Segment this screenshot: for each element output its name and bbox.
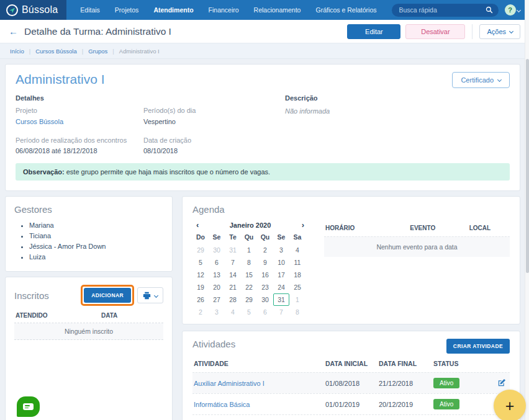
calendar-day[interactable]: 23 (257, 281, 273, 293)
calendar-day[interactable]: 29 (241, 293, 257, 306)
calendar-day-selected[interactable]: 31 (273, 293, 289, 306)
search-input[interactable] (399, 6, 486, 14)
calendar-weekday: Sa (289, 231, 305, 244)
add-inscrito-button[interactable]: ADICIONAR (84, 288, 131, 303)
project-link[interactable]: Cursos Bússola (16, 116, 143, 125)
page-scrollbar[interactable] (525, 0, 529, 420)
calendar-day[interactable]: 10 (273, 256, 289, 269)
breadcrumb-link[interactable]: Cursos Bússola (35, 48, 77, 55)
calendar-weekday: Se (273, 231, 289, 244)
field-value: 08/10/2018 (143, 145, 285, 154)
observation-banner: Observação: este grupo permite que haja … (16, 163, 510, 181)
gestor-item[interactable]: Luiza (29, 252, 163, 262)
description-value: Não informada (285, 105, 510, 115)
gestor-item[interactable]: Ticiana (29, 231, 163, 241)
back-arrow-icon[interactable]: ← (9, 26, 18, 37)
calendar-day[interactable]: 5 (192, 256, 209, 269)
edit-icon[interactable] (491, 378, 509, 388)
field-label: Período(s) do dia (143, 105, 285, 115)
calendar-day[interactable]: 26 (192, 293, 209, 306)
calendar-day[interactable]: 2 (257, 244, 273, 256)
activity-link[interactable]: Auxiliar Administrativo I (194, 380, 325, 387)
add-floating-button[interactable]: + (494, 390, 526, 420)
activity-link[interactable]: Informática Básica (194, 401, 325, 408)
calendar-day[interactable]: 9 (257, 256, 273, 269)
calendar-day[interactable]: 1 (289, 293, 305, 306)
edit-button[interactable]: Editar (347, 24, 400, 39)
create-activity-button[interactable]: CRIAR ATIVIDADE (446, 339, 510, 354)
quick-search[interactable] (392, 4, 499, 17)
calendar-day[interactable]: 31 (225, 244, 241, 256)
calendar-day[interactable]: 13 (209, 269, 225, 281)
calendar-prev-icon[interactable]: ‹ (196, 221, 199, 229)
atividades-column-header: DATA INICIAL (325, 360, 379, 367)
calendar-day[interactable]: 8 (289, 306, 305, 318)
calendar-day[interactable]: 5 (241, 306, 257, 318)
brand-logo[interactable]: Bússola (0, 0, 66, 20)
nav-item-projetos[interactable]: Projetos (115, 6, 139, 14)
certificate-dropdown-button[interactable]: Certificado (452, 72, 510, 88)
calendar-day[interactable]: 4 (289, 244, 305, 256)
inscritos-table-header: ATENDIDODATA (14, 306, 163, 323)
calendar-next-icon[interactable]: › (302, 221, 304, 229)
calendar-day[interactable]: 24 (273, 281, 289, 293)
calendar-day[interactable]: 6 (209, 256, 225, 269)
calendar-day[interactable]: 3 (209, 306, 225, 318)
calendar-day[interactable]: 2 (192, 306, 209, 318)
calendar-day[interactable]: 21 (225, 281, 241, 293)
calendar-day[interactable]: 7 (225, 256, 241, 269)
user-menu-chevron-icon[interactable] (517, 4, 520, 16)
nav-item-editais[interactable]: Editais (80, 6, 100, 14)
print-dropdown-button[interactable] (137, 287, 163, 303)
calendar-day[interactable]: 28 (225, 293, 241, 306)
actions-dropdown-button[interactable]: Ações (479, 24, 520, 39)
breadcrumb-link[interactable]: Início (10, 48, 24, 55)
calendar-day[interactable]: 30 (257, 293, 273, 306)
chat-widget-button[interactable] (17, 396, 40, 417)
gestores-list: MarianaTicianaJéssica - Amor Pra DownLui… (29, 220, 163, 262)
calendar-day[interactable]: 17 (273, 269, 289, 281)
search-icon[interactable] (486, 6, 493, 14)
calendar-weekday: Te (225, 231, 241, 244)
atividades-column-header: DATA FINAL (379, 360, 433, 367)
calendar-day[interactable]: 15 (241, 269, 257, 281)
inscritos-title: Inscritos (14, 290, 81, 301)
breadcrumb-separator: | (29, 48, 30, 55)
calendar-day[interactable]: 18 (289, 269, 305, 281)
calendar-day[interactable]: 27 (209, 293, 225, 306)
calendar-day[interactable]: 3 (273, 244, 289, 256)
deactivate-button[interactable]: Desativar (405, 24, 465, 39)
calendar: ‹ Janeiro 2020 › DoSeTeQuQuSeSa 29303112… (192, 220, 308, 318)
gestores-title: Gestores (14, 204, 163, 215)
calendar-day[interactable]: 19 (192, 281, 209, 293)
gestor-item[interactable]: Mariana (29, 220, 163, 231)
calendar-day[interactable]: 14 (225, 269, 241, 281)
breadcrumb-link[interactable]: Grupos (88, 48, 107, 55)
calendar-day[interactable]: 8 (241, 256, 257, 269)
calendar-weekday: Se (209, 231, 225, 244)
calendar-day[interactable]: 30 (209, 244, 225, 256)
nav-item-financeiro[interactable]: Financeiro (209, 6, 239, 14)
help-icon[interactable]: ? (505, 4, 516, 16)
activity-start-date: 01/01/2019 (325, 401, 379, 408)
calendar-day[interactable]: 4 (225, 306, 241, 318)
gestor-item[interactable]: Jéssica - Amor Pra Down (29, 241, 163, 252)
calendar-day[interactable]: 16 (257, 269, 273, 281)
atividades-column-header: STATUS (433, 360, 491, 367)
calendar-day[interactable]: 7 (273, 306, 289, 318)
calendar-day[interactable]: 25 (289, 281, 305, 293)
nav-item-gr-ficos-e-relat-rios[interactable]: Gráficos e Relatórios (315, 6, 376, 14)
calendar-day[interactable]: 22 (241, 281, 257, 293)
calendar-day[interactable]: 1 (241, 244, 257, 256)
status-badge: Ativo (433, 399, 459, 409)
calendar-day[interactable]: 12 (192, 269, 209, 281)
nav-item-atendimento[interactable]: Atendimento (153, 6, 193, 14)
calendar-day[interactable]: 6 (257, 306, 273, 318)
calendar-weekday: Qu (257, 231, 273, 244)
calendar-weekday: Do (192, 231, 209, 244)
scrollbar-thumb[interactable] (526, 59, 529, 273)
calendar-day[interactable]: 11 (289, 256, 305, 269)
calendar-day[interactable]: 20 (209, 281, 225, 293)
nav-item-relacionamento[interactable]: Relacionamento (254, 6, 301, 14)
calendar-day[interactable]: 29 (192, 244, 209, 256)
